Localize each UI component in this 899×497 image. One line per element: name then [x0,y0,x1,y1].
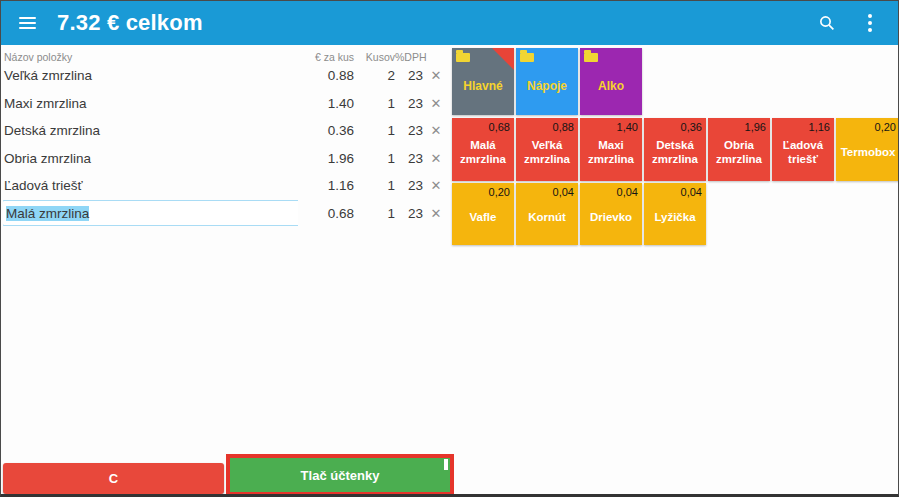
item-qty: 1 [354,178,395,193]
category-button-alko[interactable]: Alko [580,48,642,115]
item-price: 0.36 [298,123,354,138]
menu-icon[interactable] [19,17,36,29]
table-row-editing[interactable]: Malá zmrzlina 0.68 1 23 ✕ [3,200,449,228]
header-qty: Kusov [354,51,395,63]
product-price: 0,04 [644,183,706,200]
selected-text: Malá zmrzlina [6,206,89,221]
item-name: Veľká zmrzlina [3,68,298,83]
product-row-1: 0,68 Malá zmrzlina 0,88 Veľká zmrzlina 1… [452,118,899,181]
table-row[interactable]: Obria zmrzlina 1.96 1 23 ✕ [3,145,449,173]
item-price: 1.96 [298,151,354,166]
product-label: Lyžička [644,200,706,245]
print-receipt-button[interactable]: Tlač účtenky [226,454,454,496]
product-price: 0,20 [836,118,899,135]
header-name: Názov položky [3,51,298,63]
delete-item-icon[interactable]: ✕ [423,123,449,138]
product-button[interactable]: 1,16 Ľadová triešť [772,118,834,181]
product-button[interactable]: 0,04 Drievko [580,183,642,245]
product-label: Ľadová triešť [772,135,834,181]
product-price: 0,88 [516,118,578,135]
item-vat: 23 [395,151,423,166]
item-vat: 23 [395,68,423,83]
product-grid: Hlavné Nápoje Alko 0,68 Malá zmrzlina 0,… [452,48,899,245]
product-price: 1,16 [772,118,834,135]
item-vat: 23 [395,178,423,193]
folder-icon [456,53,470,62]
product-price: 1,40 [580,118,642,135]
item-qty: 1 [354,96,395,111]
item-qty: 2 [354,68,395,83]
item-vat: 23 [395,123,423,138]
product-button[interactable]: 0,68 Malá zmrzlina [452,118,514,181]
folder-icon [584,53,598,62]
item-price: 0.68 [298,206,354,221]
text-cursor-tick [444,459,448,470]
total-title: 7.32 € celkom [57,10,203,36]
product-label: Drievko [580,200,642,245]
product-button[interactable]: 0,04 Lyžička [644,183,706,245]
header-price: € za kus [298,51,354,63]
item-price: 1.40 [298,96,354,111]
product-price: 0,36 [644,118,706,135]
receipt-items-table: Názov položky € za kus Kusov %DPH Veľká … [3,51,449,227]
product-row-2: 0,20 Vafle 0,04 Kornút 0,04 Drievko 0,04… [452,183,899,245]
product-label: Vafle [452,200,514,245]
product-button[interactable]: 0,20 Termobox [836,118,899,181]
product-price: 0,68 [452,118,514,135]
product-label: Kornút [516,200,578,245]
product-button[interactable]: 0,04 Kornút [516,183,578,245]
item-qty: 1 [354,151,395,166]
table-header-row: Názov položky € za kus Kusov %DPH [3,51,449,62]
product-label: Maxi zmrzlina [580,135,642,181]
table-row[interactable]: Maxi zmrzlina 1.40 1 23 ✕ [3,90,449,118]
product-label: Veľká zmrzlina [516,135,578,181]
product-button[interactable]: 0,36 Detská zmrzlina [644,118,706,181]
item-qty: 1 [354,123,395,138]
item-price: 1.16 [298,178,354,193]
delete-item-icon[interactable]: ✕ [423,96,449,111]
search-icon[interactable] [818,14,836,32]
table-row[interactable]: Veľká zmrzlina 0.88 2 23 ✕ [3,62,449,90]
product-button[interactable]: 0,20 Vafle [452,183,514,245]
category-button-napoje[interactable]: Nápoje [516,48,578,115]
category-row: Hlavné Nápoje Alko [452,48,899,115]
product-label: Termobox [836,135,899,181]
app-bar: 7.32 € celkom [1,1,898,45]
product-price: 0,04 [516,183,578,200]
pos-screen: 7.32 € celkom Názov položky € za kus Kus… [0,0,899,497]
product-price: 0,20 [452,183,514,200]
delete-item-icon[interactable]: ✕ [423,68,449,83]
product-label: Obria zmrzlina [708,135,770,181]
item-name-input[interactable]: Malá zmrzlina [3,200,298,226]
product-label: Detská zmrzlina [644,135,706,181]
folder-icon [520,53,534,62]
item-name: Maxi zmrzlina [3,96,298,111]
item-vat: 23 [395,206,423,221]
item-name: Ľadová triešť [3,178,298,193]
item-qty: 1 [354,206,395,221]
item-price: 0.88 [298,68,354,83]
product-button[interactable]: 1,96 Obria zmrzlina [708,118,770,181]
table-row[interactable]: Ľadová triešť 1.16 1 23 ✕ [3,172,449,200]
item-name: Detská zmrzlina [3,123,298,138]
overflow-menu-icon[interactable] [862,14,878,32]
product-button[interactable]: 0,88 Veľká zmrzlina [516,118,578,181]
header-vat: %DPH [395,51,423,63]
table-row[interactable]: Detská zmrzlina 0.36 1 23 ✕ [3,117,449,145]
product-price: 0,04 [580,183,642,200]
product-price: 1,96 [708,118,770,135]
delete-item-icon[interactable]: ✕ [423,206,449,221]
category-button-hlavne[interactable]: Hlavné [452,48,514,115]
item-name: Obria zmrzlina [3,151,298,166]
product-button[interactable]: 1,40 Maxi zmrzlina [580,118,642,181]
product-label: Malá zmrzlina [452,135,514,181]
delete-item-icon[interactable]: ✕ [423,178,449,193]
clear-button[interactable]: C [3,463,224,494]
item-vat: 23 [395,96,423,111]
delete-item-icon[interactable]: ✕ [423,151,449,166]
selected-corner-marker [492,48,514,70]
